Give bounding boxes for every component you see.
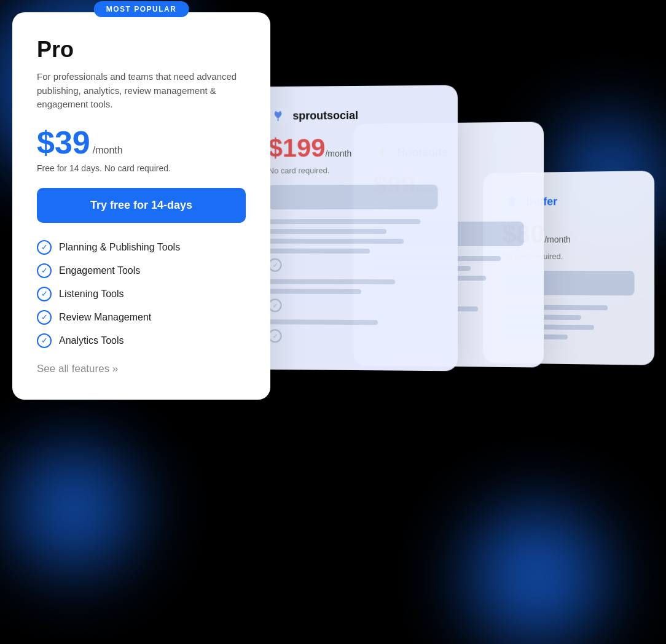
check-icon-5: ✓ [37, 333, 52, 348]
sprout-check-2: ✓ [268, 298, 282, 312]
check-icon-4: ✓ [37, 310, 52, 325]
check-icon-3: ✓ [37, 287, 52, 301]
price-amount: $39 [37, 126, 90, 158]
feature-label-1: Planning & Publishing Tools [59, 242, 180, 253]
sprout-cta-placeholder [268, 185, 438, 209]
sprout-bar-1 [268, 219, 421, 224]
sprout-bar-6 [268, 289, 361, 295]
sprout-bar-2 [268, 229, 387, 234]
check-icon-2: ✓ [37, 263, 52, 278]
cta-button[interactable]: Try free for 14-days [37, 188, 246, 223]
blob-4 [469, 509, 605, 644]
sprout-icon [268, 106, 288, 126]
feature-item-3: ✓ Listening Tools [37, 287, 246, 301]
sprout-card: sproutsocial $199 /month No card require… [249, 85, 458, 371]
feature-label-5: Analytics Tools [59, 335, 124, 346]
see-all-features-link[interactable]: See all features » [37, 363, 246, 375]
feature-label-4: Review Management [59, 312, 151, 323]
feature-item-1: ✓ Planning & Publishing Tools [37, 240, 246, 255]
sprout-period: /month [326, 149, 352, 158]
sprout-price: $199 [268, 135, 326, 161]
see-all-features-text: See all features » [37, 363, 118, 375]
sprout-free-trial: No card required. [268, 166, 438, 176]
sprout-price-row: $199 /month [268, 134, 438, 161]
sprout-logo: sproutsocial [268, 105, 438, 126]
free-trial-text: Free for 14 days. No card required. [37, 163, 246, 173]
plan-description: For professionals and teams that need ad… [37, 70, 246, 112]
features-list: ✓ Planning & Publishing Tools ✓ Engageme… [37, 240, 246, 348]
feature-label-2: Engagement Tools [59, 265, 140, 276]
feature-item-4: ✓ Review Management [37, 310, 246, 325]
sprout-bar-4 [268, 249, 370, 254]
sprout-bar-3 [268, 239, 404, 244]
sprout-logo-text: sproutsocial [292, 109, 358, 122]
sprout-check-3: ✓ [268, 329, 282, 343]
sprout-bar-7 [268, 319, 378, 325]
scene: buffer $80 /month No card required. Hoot… [0, 0, 666, 644]
plan-name: Pro [37, 37, 246, 63]
sprout-bar-5 [268, 279, 395, 285]
feature-label-3: Listening Tools [59, 289, 124, 300]
blob-2 [12, 448, 135, 570]
feature-item-5: ✓ Analytics Tools [37, 333, 246, 348]
check-icon-1: ✓ [37, 240, 52, 255]
feature-item-2: ✓ Engagement Tools [37, 263, 246, 278]
sprout-check-1: ✓ [268, 258, 282, 272]
most-popular-badge: MOST POPULAR [94, 1, 189, 17]
price-period: /month [93, 145, 123, 156]
buffer-period: /month [544, 235, 571, 244]
pro-card: MOST POPULAR Pro For professionals and t… [12, 12, 270, 400]
price-row: $39 /month [37, 126, 246, 158]
